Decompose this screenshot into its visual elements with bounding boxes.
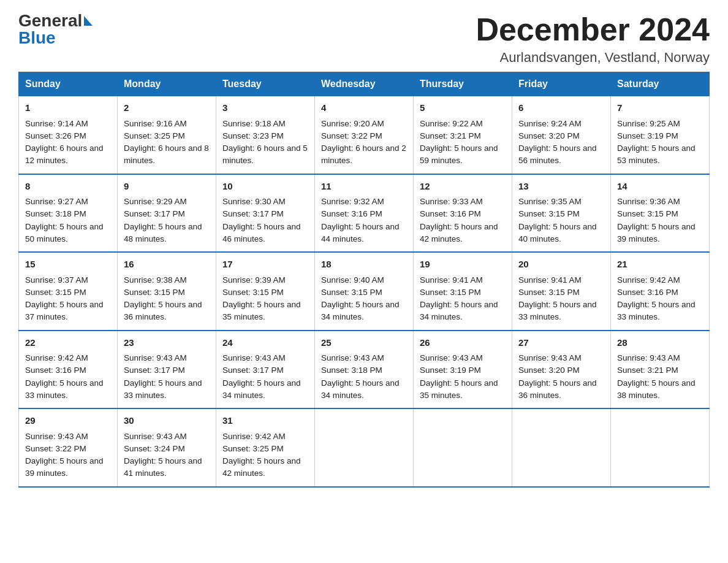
calendar-week-row: 22Sunrise: 9:42 AMSunset: 3:16 PMDayligh… <box>19 331 710 409</box>
calendar-cell: 7Sunrise: 9:25 AMSunset: 3:19 PMDaylight… <box>611 96 710 174</box>
calendar-cell: 28Sunrise: 9:43 AMSunset: 3:21 PMDayligh… <box>611 331 710 409</box>
calendar-cell: 26Sunrise: 9:43 AMSunset: 3:19 PMDayligh… <box>414 331 512 409</box>
calendar-cell: 4Sunrise: 9:20 AMSunset: 3:22 PMDaylight… <box>315 96 414 174</box>
day-number: 6 <box>518 101 604 115</box>
calendar-cell: 5Sunrise: 9:22 AMSunset: 3:21 PMDaylight… <box>414 96 512 174</box>
logo-general-text: General <box>18 12 93 29</box>
page-header: General Blue December 2024 Aurlandsvange… <box>18 12 710 66</box>
calendar-header-sunday: Sunday <box>19 72 118 96</box>
calendar-cell: 13Sunrise: 9:35 AMSunset: 3:15 PMDayligh… <box>512 174 611 253</box>
calendar-cell: 8Sunrise: 9:27 AMSunset: 3:18 PMDaylight… <box>19 174 118 253</box>
day-number: 29 <box>25 414 111 428</box>
day-number: 24 <box>222 336 308 350</box>
page-subtitle: Aurlandsvangen, Vestland, Norway <box>476 50 710 66</box>
calendar-cell: 3Sunrise: 9:18 AMSunset: 3:23 PMDaylight… <box>216 96 315 174</box>
calendar-week-row: 1Sunrise: 9:14 AMSunset: 3:26 PMDaylight… <box>19 96 710 174</box>
day-number: 14 <box>617 180 703 194</box>
calendar-cell: 9Sunrise: 9:29 AMSunset: 3:17 PMDaylight… <box>118 174 216 253</box>
calendar-cell: 22Sunrise: 9:42 AMSunset: 3:16 PMDayligh… <box>19 331 118 409</box>
logo: General Blue <box>18 12 93 47</box>
calendar-cell: 20Sunrise: 9:41 AMSunset: 3:15 PMDayligh… <box>512 252 611 331</box>
day-number: 9 <box>124 180 210 194</box>
calendar-cell <box>512 408 611 487</box>
calendar-header-friday: Friday <box>512 72 611 96</box>
calendar-cell: 24Sunrise: 9:43 AMSunset: 3:17 PMDayligh… <box>216 331 315 409</box>
calendar-table: SundayMondayTuesdayWednesdayThursdayFrid… <box>18 72 710 488</box>
logo-blue-text: Blue <box>18 29 56 47</box>
calendar-cell: 14Sunrise: 9:36 AMSunset: 3:15 PMDayligh… <box>611 174 710 253</box>
calendar-week-row: 15Sunrise: 9:37 AMSunset: 3:15 PMDayligh… <box>19 252 710 331</box>
day-number: 20 <box>518 258 604 272</box>
day-number: 18 <box>321 258 407 272</box>
day-number: 1 <box>25 101 111 115</box>
page-title: December 2024 <box>476 12 710 47</box>
day-number: 25 <box>321 336 407 350</box>
day-number: 23 <box>124 336 210 350</box>
calendar-cell: 15Sunrise: 9:37 AMSunset: 3:15 PMDayligh… <box>19 252 118 331</box>
calendar-cell: 21Sunrise: 9:42 AMSunset: 3:16 PMDayligh… <box>611 252 710 331</box>
day-number: 5 <box>420 101 506 115</box>
day-number: 15 <box>25 258 111 272</box>
day-number: 8 <box>25 180 111 194</box>
calendar-header-thursday: Thursday <box>414 72 512 96</box>
calendar-cell <box>414 408 512 487</box>
calendar-cell: 31Sunrise: 9:42 AMSunset: 3:25 PMDayligh… <box>216 408 315 487</box>
day-number: 19 <box>420 258 506 272</box>
calendar-header-row: SundayMondayTuesdayWednesdayThursdayFrid… <box>19 72 710 96</box>
day-number: 13 <box>518 180 604 194</box>
calendar-cell: 16Sunrise: 9:38 AMSunset: 3:15 PMDayligh… <box>118 252 216 331</box>
day-number: 31 <box>222 414 308 428</box>
day-number: 10 <box>222 180 308 194</box>
day-number: 28 <box>617 336 703 350</box>
day-number: 21 <box>617 258 703 272</box>
calendar-cell: 1Sunrise: 9:14 AMSunset: 3:26 PMDaylight… <box>19 96 118 174</box>
day-number: 16 <box>124 258 210 272</box>
calendar-week-row: 8Sunrise: 9:27 AMSunset: 3:18 PMDaylight… <box>19 174 710 253</box>
day-number: 26 <box>420 336 506 350</box>
calendar-header-monday: Monday <box>118 72 216 96</box>
day-number: 30 <box>124 414 210 428</box>
day-number: 7 <box>617 101 703 115</box>
day-number: 4 <box>321 101 407 115</box>
calendar-header-wednesday: Wednesday <box>315 72 414 96</box>
calendar-cell: 23Sunrise: 9:43 AMSunset: 3:17 PMDayligh… <box>118 331 216 409</box>
calendar-cell: 30Sunrise: 9:43 AMSunset: 3:24 PMDayligh… <box>118 408 216 487</box>
day-number: 22 <box>25 336 111 350</box>
day-number: 27 <box>518 336 604 350</box>
calendar-cell: 25Sunrise: 9:43 AMSunset: 3:18 PMDayligh… <box>315 331 414 409</box>
day-number: 12 <box>420 180 506 194</box>
calendar-cell: 11Sunrise: 9:32 AMSunset: 3:16 PMDayligh… <box>315 174 414 253</box>
calendar-cell <box>315 408 414 487</box>
calendar-header-tuesday: Tuesday <box>216 72 315 96</box>
calendar-cell <box>611 408 710 487</box>
calendar-cell: 10Sunrise: 9:30 AMSunset: 3:17 PMDayligh… <box>216 174 315 253</box>
day-number: 17 <box>222 258 308 272</box>
calendar-cell: 12Sunrise: 9:33 AMSunset: 3:16 PMDayligh… <box>414 174 512 253</box>
calendar-cell: 6Sunrise: 9:24 AMSunset: 3:20 PMDaylight… <box>512 96 611 174</box>
calendar-cell: 18Sunrise: 9:40 AMSunset: 3:15 PMDayligh… <box>315 252 414 331</box>
day-number: 3 <box>222 101 308 115</box>
calendar-cell: 29Sunrise: 9:43 AMSunset: 3:22 PMDayligh… <box>19 408 118 487</box>
title-block: December 2024 Aurlandsvangen, Vestland, … <box>476 12 710 66</box>
calendar-header-saturday: Saturday <box>611 72 710 96</box>
calendar-cell: 19Sunrise: 9:41 AMSunset: 3:15 PMDayligh… <box>414 252 512 331</box>
calendar-cell: 17Sunrise: 9:39 AMSunset: 3:15 PMDayligh… <box>216 252 315 331</box>
day-number: 2 <box>124 101 210 115</box>
calendar-week-row: 29Sunrise: 9:43 AMSunset: 3:22 PMDayligh… <box>19 408 710 487</box>
calendar-cell: 2Sunrise: 9:16 AMSunset: 3:25 PMDaylight… <box>118 96 216 174</box>
day-number: 11 <box>321 180 407 194</box>
logo-triangle-icon <box>84 16 93 26</box>
calendar-cell: 27Sunrise: 9:43 AMSunset: 3:20 PMDayligh… <box>512 331 611 409</box>
